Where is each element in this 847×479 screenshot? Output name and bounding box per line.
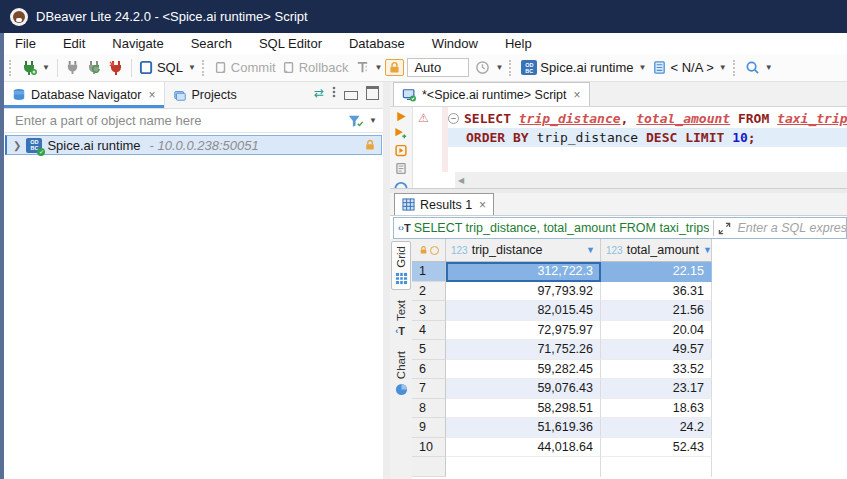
menu-edit[interactable]: Edit <box>63 36 85 51</box>
table-row[interactable]: 472,975.9720.04 <box>412 321 847 341</box>
cell-total-amount[interactable]: 24.2 <box>601 418 712 438</box>
cell-trip-distance[interactable]: 72,975.97 <box>446 321 601 341</box>
row-number[interactable]: 8 <box>412 399 446 419</box>
chevron-down-icon[interactable]: ▼ <box>375 63 383 72</box>
filter-funnel-icon[interactable] <box>348 114 364 128</box>
table-row[interactable]: 759,076.4323.17 <box>412 379 847 399</box>
cell-trip-distance[interactable]: 59,282.45 <box>446 360 601 380</box>
menu-sql-editor[interactable]: SQL Editor <box>259 36 322 51</box>
row-number[interactable]: 10 <box>412 438 446 458</box>
connect-button[interactable] <box>62 58 83 77</box>
close-icon[interactable]: × <box>479 198 486 212</box>
execute-new-tab-icon[interactable] <box>394 127 408 139</box>
menu-navigate[interactable]: Navigate <box>112 36 163 51</box>
link-editor-icon[interactable]: ⇄ <box>314 86 324 100</box>
chevron-down-icon[interactable]: ▼ <box>188 63 196 72</box>
table-row[interactable]: 1044,018.6452.43 <box>412 438 847 458</box>
cell-trip-distance[interactable]: 97,793.92 <box>446 282 601 302</box>
execute-statement-icon[interactable] <box>395 111 407 122</box>
transaction-mode-button[interactable]: ▼ <box>352 58 386 77</box>
table-row[interactable]: 1312,722.322.15 <box>412 262 847 282</box>
cell-total-amount[interactable]: 23.17 <box>601 379 712 399</box>
cell-total-amount[interactable]: 20.04 <box>601 321 712 341</box>
fold-collapse-icon[interactable]: − <box>448 113 459 124</box>
table-link[interactable]: taxi_trips <box>777 111 847 126</box>
menu-search[interactable]: Search <box>191 36 232 51</box>
cell-total-amount[interactable]: 22.15 <box>601 262 712 282</box>
close-icon[interactable]: × <box>574 88 581 102</box>
disconnect-button[interactable] <box>105 58 127 78</box>
database-selector[interactable]: < N/A > ▼ <box>649 58 729 77</box>
row-number[interactable]: 4 <box>412 321 446 341</box>
open-sql-editor-button[interactable]: SQL ▼ <box>136 58 199 77</box>
tab-database-navigator[interactable]: Database Navigator × <box>4 82 165 108</box>
table-row[interactable]: 571,752.2649.57 <box>412 340 847 360</box>
chevron-down-icon[interactable]: ▼ <box>42 63 50 72</box>
sql-line-2[interactable]: ORDER BY trip_distance DESC LIMIT 10; <box>466 128 756 147</box>
view-tab-chart[interactable]: Chart <box>391 347 411 400</box>
search-button[interactable]: ▼ <box>742 58 776 77</box>
cell-trip-distance[interactable]: 59,076.43 <box>446 379 601 399</box>
cell-trip-distance[interactable]: 82,015.45 <box>446 301 601 321</box>
column-link[interactable]: total_amount <box>636 111 730 126</box>
filter-expression-input[interactable]: Enter a SQL expression to <box>737 221 846 235</box>
connection-selector[interactable]: ODBC Spice.ai runtime ▼ <box>518 58 649 77</box>
explain-plan-icon[interactable] <box>394 181 408 188</box>
expander-icon[interactable]: ❯ <box>13 140 21 151</box>
row-number[interactable]: 2 <box>412 282 446 302</box>
title-bar[interactable]: DBeaver Lite 24.2.0 - <Spice.ai runtime>… <box>0 0 847 33</box>
close-icon[interactable]: × <box>148 88 155 102</box>
sql-line-1[interactable]: − SELECT trip_distance, total_amount FRO… <box>448 109 847 128</box>
expand-filter-icon[interactable] <box>718 222 731 235</box>
tab-sql-script[interactable]: *<Spice.ai runtime> Script × <box>393 82 590 106</box>
sort-desc-icon[interactable]: ▼ <box>703 245 712 255</box>
panel-splitter[interactable] <box>383 82 390 479</box>
table-row[interactable]: 297,793.9236.31 <box>412 282 847 302</box>
commit-button[interactable]: Commit <box>211 58 279 77</box>
sort-desc-icon[interactable]: ▼ <box>586 245 595 255</box>
row-number[interactable]: 7 <box>412 379 446 399</box>
cell-total-amount[interactable]: 21.56 <box>601 301 712 321</box>
chevron-down-icon[interactable]: ▼ <box>369 116 377 125</box>
tab-projects[interactable]: Projects <box>165 82 245 108</box>
column-link[interactable]: trip_distance <box>519 111 621 126</box>
scroll-left-icon[interactable]: ◀ <box>455 176 464 185</box>
tab-results-1[interactable]: Results 1 × <box>394 193 494 215</box>
table-row[interactable]: 382,015.4521.56 <box>412 301 847 321</box>
chevron-down-icon[interactable]: ▼ <box>765 63 773 72</box>
view-menu-icon[interactable] <box>332 86 336 100</box>
script-icon[interactable] <box>394 162 408 175</box>
cell-total-amount[interactable]: 36.31 <box>601 282 712 302</box>
row-number[interactable]: 6 <box>412 360 446 380</box>
menu-database[interactable]: Database <box>349 36 405 51</box>
cell-total-amount[interactable]: 33.52 <box>601 360 712 380</box>
column-header-total-amount[interactable]: 123 total_amount ▼ <box>601 239 712 262</box>
object-filter-input[interactable]: Enter a part of object name here <box>15 113 348 128</box>
cell-total-amount[interactable]: 52.43 <box>601 438 712 458</box>
cell-trip-distance[interactable]: 58,298.51 <box>446 399 601 419</box>
table-row[interactable]: 951,619.3624.2 <box>412 418 847 438</box>
chevron-down-icon[interactable]: ▼ <box>719 63 727 72</box>
cell-trip-distance[interactable]: 51,619.36 <box>446 418 601 438</box>
connection-lock-toggle[interactable] <box>385 59 404 76</box>
row-number[interactable]: 9 <box>412 418 446 438</box>
cell-total-amount[interactable]: 18.63 <box>601 399 712 419</box>
chevron-down-icon[interactable]: ▼ <box>495 63 503 72</box>
menu-window[interactable]: Window <box>432 36 478 51</box>
table-row[interactable]: 659,282.4533.52 <box>412 360 847 380</box>
reconnect-button[interactable] <box>83 58 105 78</box>
maximize-icon[interactable] <box>366 86 379 100</box>
cell-total-amount[interactable]: 49.57 <box>601 340 712 360</box>
row-number[interactable]: 1 <box>412 262 446 282</box>
menu-file[interactable]: File <box>15 36 36 51</box>
rollback-button[interactable]: Rollback <box>279 58 352 77</box>
view-tab-grid[interactable]: Grid <box>391 241 411 290</box>
transaction-log-button[interactable]: ▼ <box>472 58 506 77</box>
table-row[interactable]: 858,298.5118.63 <box>412 399 847 419</box>
menu-help[interactable]: Help <box>505 36 532 51</box>
connection-tree-item[interactable]: ❯ ODBC✓ Spice.ai runtime - 10.0.0.238:50… <box>5 135 382 155</box>
results-filter-sql[interactable]: SELECT trip_distance, total_amount FROM … <box>414 221 710 235</box>
cell-trip-distance[interactable]: 312,722.3 <box>446 262 601 282</box>
autocommit-combo[interactable]: Auto <box>407 58 469 77</box>
minimize-icon[interactable] <box>344 91 358 100</box>
